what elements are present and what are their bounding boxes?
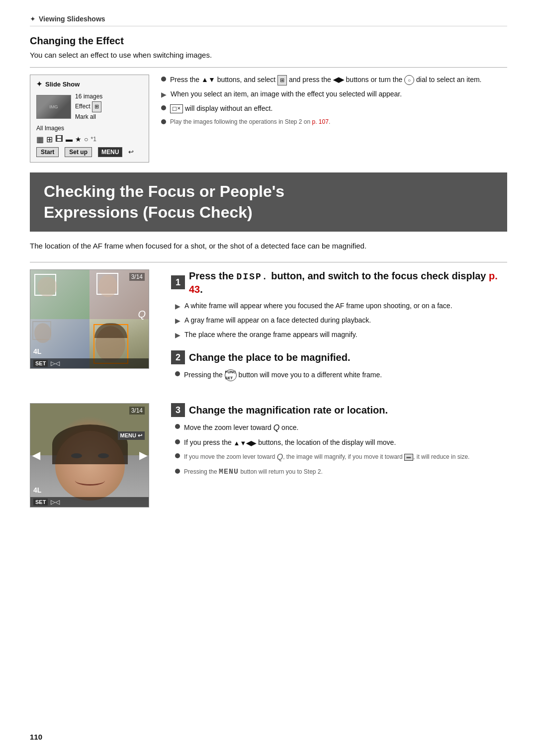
face-large: ◀ ▶ [30, 404, 149, 507]
face-cell-1 [30, 270, 90, 319]
section2-description: The location of the AF frame when focuse… [30, 241, 507, 252]
step1-content-col: 1 Press the DISP. button, and switch to … [171, 269, 507, 391]
image1-arrows: ▷◁ [51, 360, 60, 367]
set-func-icon: FUNCSET [225, 369, 237, 381]
bullet-dot-1 [161, 77, 166, 82]
bullet-arrow-2: ▶ [161, 89, 167, 100]
menu-overlay: MENU ↩ [118, 431, 145, 440]
step2-title: Change the place to be magnified. [189, 351, 351, 364]
step3-dot-4 [175, 469, 180, 474]
image1-counter: 3/14 [129, 273, 145, 281]
setup-button[interactable]: Set up [65, 147, 92, 157]
section-icon: ✦ [30, 15, 36, 23]
face-grid [30, 270, 149, 368]
zoom-q-icon-2: Q [277, 453, 283, 461]
section1-intro: You can select an effect to use when swi… [30, 51, 507, 59]
icon-grid2: ⊞ [46, 135, 53, 144]
bottom-icons-row: ▦ ⊞ 🎞 ▬ ★ ○ *1 [36, 135, 143, 144]
icon-plus1: *1 [90, 136, 96, 143]
camera-ui-box: ✦ Slide Show IMG 16 images Effect ⊞ Mark… [30, 75, 149, 163]
camera-ui-row1: IMG 16 images Effect ⊞ Mark all [36, 92, 143, 122]
step3-bullet-4: Pressing the MENU button will return you… [175, 467, 507, 478]
icon-circle: ○ [84, 135, 88, 143]
step3-number: 3 [171, 403, 185, 417]
no-effect-icon: ☐✕ [170, 104, 183, 114]
step2-number: 2 [171, 350, 185, 364]
step1-image-col: 3/14 Q SET ▷◁ 4L [30, 269, 159, 391]
effect-select-icon: ⊞ [277, 75, 287, 85]
step1-text-3: The place where the orange frame appears… [184, 330, 507, 340]
all-images-label: All Images [36, 125, 143, 132]
camera-ui-title-text: Slide Show [45, 81, 80, 88]
step1-arrow-3: ▶ [175, 330, 180, 340]
step1-bullet-3: ▶ The place where the orange frame appea… [175, 330, 507, 340]
bullet-item-1: Press the ▲▼ buttons, and select ⊞ and p… [161, 75, 482, 85]
step3-row: ◀ ▶ 3/14 MENU ↩ SET ▷◁ 4L 3 Change the m… [30, 403, 507, 507]
effect-label: Effect ⊞ [75, 101, 102, 112]
step1-text-1: A white frame will appear where you focu… [184, 301, 507, 311]
step2-bullet-1: Pressing the FUNCSET button will move yo… [175, 369, 507, 381]
step3-image-col: ◀ ▶ 3/14 MENU ↩ SET ▷◁ 4L [30, 403, 159, 507]
step1-bullets: ▶ A white frame will appear where you fo… [171, 301, 507, 340]
slideshow-icon: ✦ [36, 80, 42, 88]
effect-icon-box: ⊞ [92, 101, 101, 112]
bullet-text-1: Press the ▲▼ buttons, and select ⊞ and p… [170, 75, 482, 85]
icon-grid1: ▦ [36, 135, 44, 144]
step1-number: 1 [171, 275, 185, 289]
step1-header: 1 Press the DISP. button, and switch to … [171, 269, 507, 296]
right-nav-arrow[interactable]: ▶ [139, 449, 147, 461]
zoom-w-icon: ▬ [404, 454, 413, 461]
image2-size: 4L [33, 486, 41, 494]
page-link-107: p. 107 [312, 118, 329, 125]
step3-dot-2 [175, 439, 180, 444]
step1-text-2: A gray frame will appear on a face detec… [184, 315, 507, 326]
camera-thumbnail: IMG [36, 95, 71, 119]
step3-bullet-1: Move the zoom lever toward Q once. [175, 422, 507, 434]
step1-arrow-1: ▶ [175, 301, 180, 312]
start-button[interactable]: Start [36, 147, 59, 157]
step2-bullets: Pressing the FUNCSET button will move yo… [171, 369, 507, 381]
step3-dot-3 [175, 453, 180, 458]
divider-section2 [30, 262, 507, 262]
step1-arrow-2: ▶ [175, 316, 180, 326]
dial-icon: ○ [404, 75, 414, 85]
disp-icon: DISP. [237, 272, 268, 282]
bullet-text-2: When you select an item, an image with t… [171, 89, 482, 99]
icon-film: 🎞 [55, 135, 63, 144]
section1-heading: Changing the Effect [30, 35, 507, 47]
image1-bottom-bar: SET ▷◁ [30, 358, 149, 368]
bullet-item-2: ▶ When you select an item, an image with… [161, 89, 482, 100]
section-changing-effect: Changing the Effect You can select an ef… [30, 35, 507, 163]
step1-page-link: p. 43 [189, 270, 498, 295]
set-badge-1: SET [33, 360, 48, 367]
step3-text-3: If you move the zoom lever toward Q, the… [184, 451, 507, 463]
camera-ui-title: ✦ Slide Show [36, 80, 143, 88]
left-nav-arrow[interactable]: ◀ [32, 449, 40, 461]
mark-all-label: Mark all [75, 112, 102, 122]
step3-header: 3 Change the magnification rate or locat… [171, 403, 507, 417]
step3-text-4: Pressing the MENU button will return you… [184, 467, 507, 478]
page-container: ✦ Viewing Slideshows Changing the Effect… [0, 0, 537, 756]
section-title: Viewing Slideshows [39, 15, 105, 23]
return-arrow-icon: ↩ [128, 148, 134, 156]
magnify-q-icon: Q [138, 308, 146, 320]
banner-title: Checking the Focus or People's Expressio… [44, 181, 493, 223]
step3-bullet-3: If you move the zoom lever toward Q, the… [175, 451, 507, 463]
image1-size: 4L [33, 347, 41, 355]
icon-rect: ▬ [66, 135, 73, 143]
step1-bullet-list: ▶ A white frame will appear where you fo… [175, 301, 507, 340]
step1-bullet-1: ▶ A white frame will appear where you fo… [175, 301, 507, 312]
image2-counter: 3/14 [129, 407, 145, 415]
step3-content-col: 3 Change the magnification rate or locat… [171, 403, 507, 507]
step1-bullet-2: ▶ A gray frame will appear on a face det… [175, 315, 507, 326]
divider-top [30, 67, 507, 68]
step2-bullet-list: Pressing the FUNCSET button will move yo… [175, 369, 507, 381]
menu-button[interactable]: MENU [98, 147, 122, 157]
step3-text-1: Move the zoom lever toward Q once. [184, 422, 507, 434]
bullet-text-3: ☐✕ will display without an effect. [170, 103, 482, 114]
camera-image-1: 3/14 Q SET ▷◁ 4L [30, 269, 149, 369]
camera-ui-labels: 16 images Effect ⊞ Mark all [75, 92, 102, 122]
icon-star: ★ [75, 135, 82, 143]
four-arrows-icon: ▲▼◀▶ [234, 438, 257, 448]
step2-text-1: Pressing the FUNCSET button will move yo… [184, 369, 507, 381]
